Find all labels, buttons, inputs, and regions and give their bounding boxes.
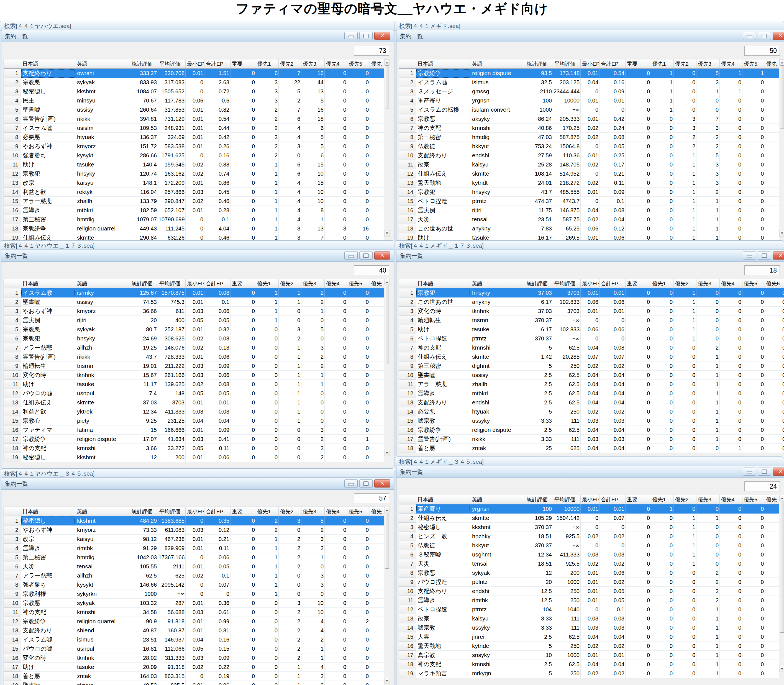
cell-統計評価[interactable]: 1000 [525, 105, 553, 114]
cell-優先3[interactable]: 2 [302, 672, 325, 681]
cell-優先6[interactable] [370, 179, 384, 188]
cell-平均評価[interactable]: 110.36 [553, 151, 581, 160]
cell-優先2[interactable]: 2 [279, 96, 302, 105]
table-row[interactable]: 18神の支配kmnshi2.562.50.040.04000100 [399, 660, 779, 669]
table-row[interactable]: 3変化の時tknhnk37.0337030.010.010010000 [399, 307, 784, 316]
cell-統計評価[interactable]: 20 [130, 316, 158, 325]
cell-統計評価[interactable]: 90.9 [130, 617, 158, 626]
cell-優先1[interactable]: 1 [651, 105, 674, 114]
cell-優先3[interactable]: 1 [696, 371, 720, 380]
cell-優先6[interactable] [765, 114, 779, 123]
cell-優先3[interactable]: 3 [302, 343, 325, 352]
cell-重要[interactable]: 0 [230, 362, 256, 371]
cell-重要[interactable]: 0 [230, 416, 256, 425]
cell-優先1[interactable]: 0 [651, 641, 674, 651]
cell-優先4[interactable]: 0 [720, 559, 742, 568]
cell-優先4[interactable]: 0 [720, 641, 742, 651]
cell-最小EP[interactable]: 0 [186, 589, 205, 599]
column-header-日本語[interactable]: 日本語 [416, 59, 471, 69]
cell-統計評価[interactable]: 5 [525, 343, 553, 352]
cell-合計EP[interactable]: 0.09 [205, 653, 230, 662]
cell-優先2[interactable]: 7 [279, 105, 302, 114]
cell-英語[interactable]: tensai [75, 562, 130, 571]
table-row[interactable]: 5イスラムの転換isulam-convert1000+∞00010000 [399, 105, 779, 114]
cell-優先3[interactable]: 2 [696, 578, 720, 587]
cell-優先4[interactable]: 0 [325, 562, 347, 571]
cell-優先3[interactable]: 2 [302, 544, 325, 553]
column-header-優先3[interactable]: 優先3 [302, 279, 325, 288]
cell-優先3[interactable]: 1 [696, 669, 720, 678]
cell-優先6[interactable] [370, 133, 384, 142]
cell-合計EP[interactable]: 0.04 [599, 632, 625, 641]
cell-統計評価[interactable]: 28.02 [130, 653, 158, 662]
cell-優先3[interactable]: 0 [302, 407, 325, 416]
cell-統計評価[interactable]: 3.33 [525, 614, 553, 623]
cell-優先3[interactable]: 0 [696, 325, 720, 334]
cell-日本語[interactable]: 利益と欲 [21, 188, 75, 196]
column-header-合計EP[interactable]: 合計EP [205, 507, 230, 516]
cell-優先5[interactable]: 2 [347, 617, 370, 626]
cell-平均評価[interactable]: 411.333 [158, 407, 186, 416]
cell-平均評価[interactable]: 148 [158, 389, 186, 398]
table-row[interactable]: 8第三秘密hmtdig47.03587.8750.020.08002200 [399, 133, 779, 142]
scrollbar-thumb[interactable] [780, 65, 784, 129]
cell-統計評価[interactable]: 12 [130, 453, 158, 462]
cell-英語[interactable]: islmus [75, 635, 130, 644]
cell-優先6[interactable]: 0 [765, 416, 784, 425]
cell-重要[interactable]: 0 [230, 224, 256, 233]
cell-日本語[interactable]: 仕組み伝え [416, 513, 471, 523]
cell-合計EP[interactable]: 0.54 [205, 114, 230, 123]
cell-優先1[interactable]: 0 [651, 325, 674, 334]
cell-英語[interactable]: sykyak [75, 325, 130, 334]
cell-合計EP[interactable]: 0.05 [205, 562, 230, 571]
cell-平均評価[interactable]: 514.952 [553, 169, 581, 179]
cell-優先1[interactable]: 0 [651, 142, 674, 151]
cell-優先3[interactable]: 1 [696, 389, 720, 398]
cell-日本語[interactable]: 改宗 [21, 179, 75, 188]
cell-英語[interactable]: usnpul [75, 389, 130, 398]
cell-統計評価[interactable]: 36.66 [130, 307, 158, 316]
cell-優先2[interactable]: 0 [674, 96, 696, 105]
cell-優先4[interactable]: 0 [720, 380, 742, 389]
cell-統計評価[interactable]: 93.5 [525, 69, 553, 78]
cell-優先2[interactable]: 0 [674, 416, 696, 425]
table-row[interactable]: 2イスラム嘘islmus32.5203.1250.040.16010300 [399, 78, 779, 87]
cell-優先6[interactable] [370, 87, 384, 96]
cell-優先4[interactable]: 1 [720, 444, 742, 453]
cell-最小EP[interactable]: 0.04 [581, 371, 599, 380]
cell-優先1[interactable]: 0 [256, 416, 279, 425]
cell-優先4[interactable]: 0 [325, 653, 347, 662]
cell-統計評価[interactable]: 370.37 [525, 523, 553, 532]
cell-優先1[interactable]: 1 [256, 169, 279, 179]
cell-優先1[interactable]: 0 [256, 389, 279, 398]
cell-英語[interactable]: isulam-convert [471, 105, 525, 114]
cell-合計EP[interactable]: 0.03 [599, 435, 625, 444]
cell-最小EP[interactable]: 0.01 [581, 151, 599, 160]
cell-重要[interactable]: 0 [230, 435, 256, 444]
cell-優先3[interactable]: 1 [696, 215, 720, 224]
cell-最小EP[interactable]: 0 [186, 672, 205, 681]
cell-優先4[interactable]: 0 [720, 371, 742, 380]
cell-優先4[interactable]: 0 [325, 644, 347, 653]
table-row[interactable]: 11助けtasuke140.4159.5450.020.880161500 [4, 160, 384, 169]
table-row[interactable]: 17宗教紛争religion dispute17.0741.6340.030.4… [4, 435, 384, 444]
cell-優先4[interactable]: 0 [720, 78, 742, 87]
cell-重要[interactable]: 0 [230, 87, 256, 96]
table-row[interactable]: 13支配終わりshiend49.87160.870.010.31002400 [4, 626, 384, 635]
column-header-日本語[interactable]: 日本語 [416, 279, 471, 288]
cell-優先1[interactable]: 0 [256, 444, 279, 453]
cell-優先2[interactable]: 2 [279, 562, 302, 571]
cell-優先5[interactable]: 0 [347, 188, 370, 196]
cell-優先1[interactable]: 6 [256, 69, 279, 78]
cell-英語[interactable]: aksyky [471, 114, 525, 123]
cell-重要[interactable]: 0 [230, 69, 256, 78]
cell-統計評価[interactable]: 449.43 [130, 224, 158, 233]
cell-英語[interactable]: kytndt [471, 179, 525, 188]
cell-最小EP[interactable]: 0.05 [186, 389, 205, 398]
cell-合計EP[interactable]: 0.17 [599, 160, 625, 169]
cell-優先4[interactable]: 0 [325, 599, 347, 608]
cell-最小EP[interactable]: 0.06 [581, 224, 599, 233]
table-row[interactable]: 17真宗教snsyky1010000.010.01000100 [399, 651, 779, 660]
column-header-統計評価[interactable]: 統計評価 [130, 507, 158, 516]
cell-優先2[interactable]: 0 [674, 632, 696, 641]
